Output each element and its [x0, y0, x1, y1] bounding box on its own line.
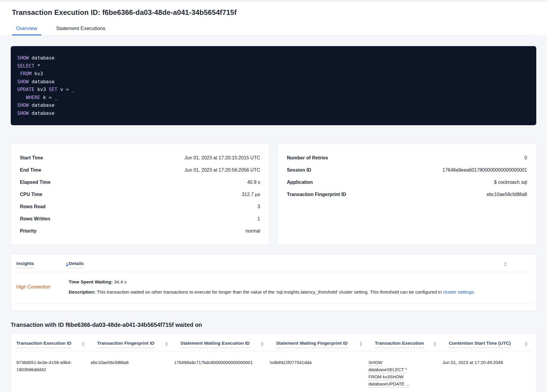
summary-cards-row: Start Time Jun 01, 2023 at 17:20:15:2015… — [11, 144, 536, 245]
sort-ascending-icon — [82, 342, 85, 344]
summary-row: Start Time Jun 01, 2023 at 17:20:15:2015… — [20, 152, 260, 164]
insight-row: High Contention Time Spent Waiting: 34.4… — [15, 272, 532, 304]
sort-icon[interactable] — [504, 261, 507, 266]
col-transaction-execution-id[interactable]: Transaction Execution ID — [16, 341, 97, 351]
main-content: SHOW databaseSELECT * FROM kv3SHOW datab… — [0, 35, 547, 392]
waiting-value: 34.4 s — [113, 279, 127, 284]
row-value: 1 — [257, 216, 260, 222]
summary-row: Rows Read 3 — [20, 200, 260, 213]
col-contention-start-time[interactable]: Contention Start Time (UTC) — [449, 341, 531, 351]
transaction-execution-preview-link[interactable]: SHOW databaseSELECT * FROM kv3SHOW datab… — [368, 359, 416, 388]
column-label[interactable]: Statement Waiting Execution ID — [180, 341, 250, 348]
sort-descending-icon — [525, 344, 528, 346]
page-header: Transaction Execution ID: f6be6366-da03-… — [0, 2, 547, 35]
row-label: CPU Time — [20, 192, 42, 197]
row-value: 312.7 µs — [242, 192, 260, 197]
sort-ascending-icon — [433, 342, 436, 344]
summary-row: Elapsed Time 40.9 s — [20, 176, 260, 188]
transaction-fingerprint-link[interactable]: ebc10ae56cfd88a8 — [487, 192, 527, 197]
row-label: Priority — [20, 228, 37, 234]
cell-transaction-execution-id: 9738d051-bc0e-4158-a9b4-1903586ddd42 — [16, 351, 91, 392]
sort-icon — [359, 341, 362, 346]
session-summary-card: Number of Retries 0 Session ID 17648a9ee… — [278, 144, 536, 245]
description-label: Description: — [69, 289, 95, 294]
sort-ascending-icon — [525, 342, 528, 344]
sort-ascending-icon — [165, 342, 168, 344]
column-label[interactable]: Statement Waiting Fingerprint ID — [276, 341, 348, 348]
row-value: Jun 01, 2023 at 17:20:56:2056 UTC — [185, 167, 260, 173]
cell-statement-waiting-execution-id: 176498a9c717bdc80000000000000001 — [174, 351, 270, 392]
insights-table-header: Insights Details — [15, 258, 532, 272]
insight-description: Description: This transaction waited on … — [69, 289, 531, 295]
cell-transaction-fingerprint-id: ebc10ae56cfd88a8 — [91, 351, 174, 392]
column-label[interactable]: Transaction Execution — [375, 341, 424, 348]
sort-descending-icon — [165, 344, 168, 346]
row-value: $ cockroach sql — [494, 180, 527, 185]
row-value: 3 — [257, 204, 260, 209]
sort-descending-icon — [359, 344, 362, 346]
waited-on-table-card: Transaction Execution ID Transaction Fin… — [11, 333, 536, 392]
summary-row: Priority normal — [20, 225, 260, 237]
cell-statement-waiting-fingerprint-id: \xdb8922f077541dda — [270, 351, 368, 392]
column-label[interactable]: Transaction Execution ID — [16, 341, 71, 348]
time-spent-waiting: Time Spent Waiting: 34.4 s — [69, 279, 531, 285]
insights-column-header[interactable]: Insights — [16, 261, 69, 271]
sort-descending-icon — [82, 344, 85, 346]
sort-ascending-icon — [504, 262, 507, 264]
row-label: Rows Read — [20, 204, 45, 209]
sort-icon — [82, 341, 85, 346]
waiting-label: Time Spent Waiting: — [69, 279, 113, 284]
description-text: This transaction waited on other transac… — [95, 289, 443, 294]
cluster-settings-link[interactable]: cluster settings — [443, 289, 474, 294]
column-label[interactable]: Contention Start Time (UTC) — [449, 341, 511, 348]
summary-row: Number of Retries 0 — [287, 152, 527, 164]
summary-row: Rows Written 1 — [20, 213, 260, 225]
sort-icon — [433, 341, 436, 346]
sort-descending-icon — [433, 344, 436, 346]
row-value: 40.9 s — [247, 180, 260, 185]
insights-table-card: Insights Details High Contention Time Sp… — [11, 254, 536, 311]
summary-row: End Time Jun 01, 2023 at 17:20:56:2056 U… — [20, 164, 260, 176]
description-suffix: . — [474, 289, 475, 294]
row-label: Start Time — [20, 155, 43, 161]
col-transaction-fingerprint-id[interactable]: Transaction Fingerprint ID — [97, 341, 180, 351]
row-value: 0 — [524, 155, 527, 161]
cell-transaction-execution: SHOW databaseSELECT * FROM kv3SHOW datab… — [368, 351, 442, 392]
details-column-label[interactable]: Details — [69, 261, 84, 268]
row-value: Jun 01, 2023 at 17:20:15:2015 UTC — [185, 155, 260, 161]
sort-descending-icon — [261, 344, 264, 346]
tab-overview[interactable]: Overview — [12, 23, 41, 35]
sort-descending-icon — [66, 265, 69, 266]
waited-on-table-header: Transaction Execution ID Transaction Fin… — [15, 338, 532, 351]
insights-column-label[interactable]: Insights — [16, 261, 34, 268]
sort-descending-icon — [504, 265, 507, 266]
row-label: Number of Retries — [287, 155, 328, 161]
tab-statement-executions[interactable]: Statement Executions — [52, 23, 109, 35]
summary-row: CPU Time 312.7 µs — [20, 188, 260, 200]
col-statement-waiting-fingerprint-id[interactable]: Statement Waiting Fingerprint ID — [276, 341, 375, 351]
row-value: 17648a9eea6017800000000000000001 — [442, 167, 527, 173]
col-transaction-execution[interactable]: Transaction Execution — [375, 341, 449, 351]
row-label: Elapsed Time — [20, 180, 51, 185]
summary-row: Session ID 17648a9eea6017800000000000000… — [287, 164, 527, 176]
column-label[interactable]: Transaction Fingerprint ID — [97, 341, 155, 348]
sort-icon — [165, 341, 168, 346]
row-label: End Time — [20, 167, 41, 173]
waited-on-heading: Transaction with ID f6be6366-da03-48de-a… — [11, 322, 536, 328]
row-label: Application — [287, 180, 313, 185]
sort-icon — [66, 261, 69, 266]
sort-ascending-icon — [261, 342, 264, 344]
col-statement-waiting-execution-id[interactable]: Statement Waiting Execution ID — [180, 341, 276, 351]
summary-row: Application $ cockroach sql — [287, 176, 527, 188]
sort-icon — [261, 341, 264, 346]
tab-bar: Overview Statement Executions — [12, 23, 535, 35]
sort-ascending-icon — [359, 342, 362, 344]
waited-on-table: Transaction Execution ID Transaction Fin… — [15, 338, 532, 392]
row-value: normal — [246, 228, 260, 234]
insight-details: Time Spent Waiting: 34.4 s Description: … — [69, 279, 531, 295]
row-label: Rows Written — [20, 216, 50, 222]
summary-row: Transaction Fingerprint ID ebc10ae56cfd8… — [287, 188, 527, 200]
row-label: Transaction Fingerprint ID — [287, 192, 346, 197]
sort-icon — [525, 341, 528, 346]
cell-contention-start-time: Jun 01, 2023 at 17:20:49:2049 — [442, 351, 531, 392]
